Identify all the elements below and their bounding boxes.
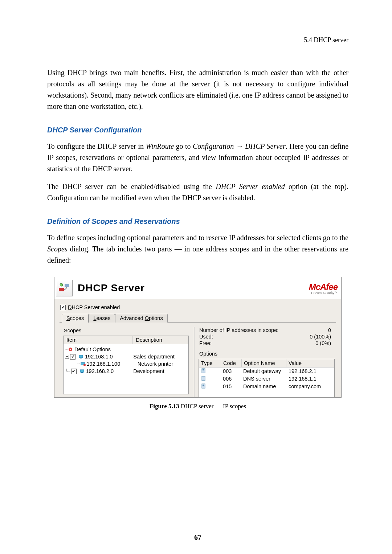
svg-rect-1 (65, 284, 69, 287)
mcafee-logo: McAfee Proven Security™ (309, 282, 338, 295)
stat-free: Free: 0 (0%) (199, 340, 335, 346)
svg-rect-15 (203, 377, 204, 377)
options-label: Options (199, 351, 335, 357)
gear-icon (68, 347, 73, 352)
window-titlebar: DHCP Server McAfee Proven Security™ (54, 277, 341, 299)
svg-rect-10 (81, 372, 83, 373)
svg-rect-12 (203, 369, 204, 370)
heading-dhcp-config: DHCP Server Configuration (47, 126, 348, 134)
paragraph-config-path: To configure the DHCP server in WinRoute… (47, 141, 348, 175)
svg-rect-16 (203, 378, 204, 378)
heading-scopes-reservations: Definition of Scopes and Reservations (47, 217, 348, 226)
svg-rect-5 (79, 355, 83, 358)
host-icon (81, 362, 86, 366)
page-number: 67 (47, 533, 348, 542)
window-title: DHCP Server (78, 282, 145, 294)
running-header: 5.4 DHCP server (47, 36, 348, 47)
figure-caption: Figure 5.13 DHCP server — IP scopes (47, 403, 348, 410)
tree-row-scope-1[interactable]: − ✔ 192.168.1.0 Sales department (65, 353, 187, 360)
dhcp-window: DHCP Server McAfee Proven Security™ ✔ DH… (54, 277, 342, 398)
stat-used: Used: 0 (100%) (199, 333, 335, 340)
option-row[interactable]: 006 DNS server 192.168.1.1 (199, 375, 334, 383)
tree-header: Item Description (64, 336, 188, 344)
paragraph-benefits: Using DHCP brings two main benefits. Fir… (47, 67, 348, 112)
dhcp-enabled-checkbox[interactable]: ✔ DHCP Server enabled (60, 303, 336, 314)
svg-rect-6 (80, 358, 82, 358)
checkbox-icon[interactable]: ✔ (71, 369, 77, 374)
svg-rect-9 (80, 370, 84, 372)
options-table[interactable]: Type Code Option Name Value 003 Default … (199, 359, 335, 397)
svg-rect-17 (202, 384, 205, 388)
paragraph-enable-note: The DHCP server can be enabled/disabled … (47, 181, 348, 204)
svg-rect-14 (202, 376, 205, 381)
option-icon (201, 368, 207, 373)
tab-advanced-options[interactable]: Advanced Options (115, 314, 168, 323)
stat-count: Number of IP addresses in scope: 0 (199, 327, 335, 333)
tab-bar: Scopes Leases Advanced Options (62, 314, 336, 323)
svg-point-2 (60, 283, 63, 286)
options-header: Type Code Option Name Value (199, 359, 334, 368)
tree-row-reservation-1[interactable]: └╌ 192.168.1.100 Network printer (65, 360, 187, 368)
option-icon (201, 383, 207, 389)
option-row[interactable]: 015 Domain name company.com (199, 383, 334, 390)
checkbox-icon[interactable]: ✔ (70, 354, 75, 360)
network-icon (79, 354, 84, 359)
tree-row-scope-2[interactable]: └╌ ✔ 192.168.2.0 Development (65, 368, 187, 375)
col-item: Item (64, 336, 133, 344)
option-icon (201, 376, 207, 381)
scopes-label: Scopes (64, 328, 189, 333)
svg-rect-0 (59, 288, 64, 291)
checkbox-icon: ✔ (60, 305, 66, 310)
svg-rect-11 (202, 369, 205, 373)
svg-rect-19 (203, 385, 204, 386)
paragraph-scopes-intro: To define scopes including optional para… (47, 232, 348, 266)
network-icon (80, 369, 85, 373)
dhcp-icon (56, 280, 73, 296)
svg-point-8 (83, 364, 86, 366)
svg-rect-18 (203, 385, 204, 385)
option-row[interactable]: 003 Default gateway 192.168.2.1 (199, 368, 334, 375)
col-description: Description (133, 336, 188, 344)
scopes-tree[interactable]: Item Description ┈ (63, 336, 189, 394)
collapse-icon[interactable]: − (65, 355, 69, 359)
figure-dhcp-scopes: DHCP Server McAfee Proven Security™ ✔ DH… (47, 277, 348, 410)
tab-scopes[interactable]: Scopes (62, 314, 89, 323)
tab-leases[interactable]: Leases (89, 314, 115, 323)
svg-point-4 (70, 349, 71, 350)
tree-row-default-options[interactable]: ┈ Default Options (65, 346, 187, 353)
svg-rect-13 (203, 370, 204, 370)
